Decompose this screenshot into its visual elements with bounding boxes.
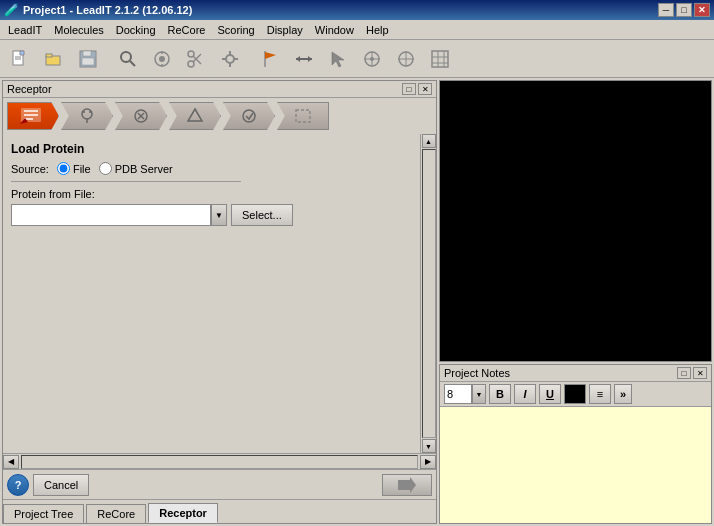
notes-close-button[interactable]: ✕ xyxy=(693,367,707,379)
notes-maximize-button[interactable]: □ xyxy=(677,367,691,379)
help-button[interactable]: ? xyxy=(7,474,29,496)
3d-viewport[interactable] xyxy=(439,80,712,362)
file-radio-item[interactable]: File xyxy=(57,162,91,175)
save-button[interactable] xyxy=(72,44,104,74)
search-button[interactable] xyxy=(112,44,144,74)
menu-molecules[interactable]: Molecules xyxy=(48,22,110,38)
cancel-button[interactable]: Cancel xyxy=(33,474,89,496)
pdb-radio[interactable] xyxy=(99,162,112,175)
toolbar xyxy=(0,40,714,78)
scroll-track[interactable] xyxy=(422,149,436,438)
minimize-button[interactable]: ─ xyxy=(658,3,674,17)
menu-window[interactable]: Window xyxy=(309,22,360,38)
menu-docking[interactable]: Docking xyxy=(110,22,162,38)
svg-point-46 xyxy=(82,109,92,119)
svg-point-54 xyxy=(243,110,255,122)
hscroll-track[interactable] xyxy=(21,455,418,469)
select-button[interactable]: Select... xyxy=(231,204,293,226)
properties-button[interactable] xyxy=(214,44,246,74)
file-radio-label: File xyxy=(73,163,91,175)
menu-recore[interactable]: ReCore xyxy=(162,22,212,38)
open-button[interactable] xyxy=(38,44,70,74)
more-options-button[interactable]: » xyxy=(614,384,632,404)
recore-tab[interactable]: ReCore xyxy=(86,504,146,523)
new-button[interactable] xyxy=(4,44,36,74)
scroll-up-button[interactable]: ▲ xyxy=(422,134,436,148)
close-button[interactable]: ✕ xyxy=(694,3,710,17)
dropdown-arrow-button[interactable]: ▼ xyxy=(211,204,227,226)
maximize-button[interactable]: □ xyxy=(676,3,692,17)
protein-file-dropdown[interactable] xyxy=(11,204,211,226)
window-controls: ─ □ ✕ xyxy=(658,3,710,17)
receptor-tab[interactable]: Receptor xyxy=(148,503,218,523)
title-bar: 🧪 Project1 - LeadIT 2.1.2 (12.06.12) ─ □… xyxy=(0,0,714,20)
panel-header-buttons: □ ✕ xyxy=(402,83,432,95)
source-radio-group: File PDB Server xyxy=(57,162,173,175)
protein-file-label: Protein from File: xyxy=(11,188,412,200)
workflow-step-3[interactable] xyxy=(115,102,167,130)
notes-textarea[interactable] xyxy=(440,407,711,523)
svg-point-18 xyxy=(226,55,234,63)
text-color-button[interactable] xyxy=(564,384,586,404)
next-button[interactable] xyxy=(382,474,432,496)
svg-rect-36 xyxy=(432,51,448,67)
bold-button[interactable]: B xyxy=(489,384,511,404)
menu-scoring[interactable]: Scoring xyxy=(211,22,260,38)
arrow-button[interactable] xyxy=(288,44,320,74)
flag-button[interactable] xyxy=(254,44,286,74)
panel-maximize-button[interactable]: □ xyxy=(402,83,416,95)
file-radio[interactable] xyxy=(57,162,70,175)
menu-bar: LeadIT Molecules Docking ReCore Scoring … xyxy=(0,20,714,40)
svg-marker-26 xyxy=(296,56,300,62)
main-area: Receptor □ ✕ xyxy=(0,78,714,526)
panel-close-button[interactable]: ✕ xyxy=(418,83,432,95)
svg-rect-7 xyxy=(82,58,94,65)
vertical-scrollbar: ▲ ▼ xyxy=(420,134,436,453)
workflow-step-6[interactable] xyxy=(277,102,329,130)
font-size-dropdown-button[interactable]: ▼ xyxy=(472,384,486,404)
right-panel: Project Notes □ ✕ 8 ▼ B I U ≡ » xyxy=(439,80,712,524)
scroll-down-button[interactable]: ▼ xyxy=(422,439,436,453)
project-notes-panel: Project Notes □ ✕ 8 ▼ B I U ≡ » xyxy=(439,364,712,524)
scroll-right-button[interactable]: ▶ xyxy=(420,455,436,469)
workflow-step-4[interactable] xyxy=(169,102,221,130)
app-icon: 🧪 xyxy=(4,3,19,17)
scissors-button[interactable] xyxy=(180,44,212,74)
tab-bar: Project Tree ReCore Receptor xyxy=(3,499,436,523)
pdb-radio-item[interactable]: PDB Server xyxy=(99,162,173,175)
svg-point-48 xyxy=(83,111,85,113)
svg-marker-28 xyxy=(332,52,344,67)
pdb-radio-label: PDB Server xyxy=(115,163,173,175)
receptor-panel-header: Receptor □ ✕ xyxy=(3,81,436,98)
svg-point-49 xyxy=(89,111,91,113)
scroll-left-button[interactable]: ◀ xyxy=(3,455,19,469)
svg-rect-6 xyxy=(83,51,91,56)
cursor-button[interactable] xyxy=(322,44,354,74)
snap-button[interactable] xyxy=(356,44,388,74)
svg-rect-55 xyxy=(296,110,310,122)
workflow-step-2[interactable] xyxy=(61,102,113,130)
underline-button[interactable]: U xyxy=(539,384,561,404)
menu-help[interactable]: Help xyxy=(360,22,395,38)
divider-line xyxy=(11,181,241,182)
menu-leadit[interactable]: LeadIT xyxy=(2,22,48,38)
italic-button[interactable]: I xyxy=(514,384,536,404)
receptor-panel-title: Receptor xyxy=(7,83,52,95)
protein-file-row: ▼ Select... xyxy=(11,204,412,226)
source-label: Source: xyxy=(11,163,49,175)
notes-title: Project Notes xyxy=(444,367,510,379)
menu-display[interactable]: Display xyxy=(261,22,309,38)
crosshair-button[interactable] xyxy=(390,44,422,74)
transform-button[interactable] xyxy=(146,44,178,74)
panel-content: Load Protein Source: File PDB Server xyxy=(3,134,420,453)
workflow-step-5[interactable] xyxy=(223,102,275,130)
svg-line-9 xyxy=(130,61,135,66)
grid-button[interactable] xyxy=(424,44,456,74)
align-button[interactable]: ≡ xyxy=(589,384,611,404)
window-title: Project1 - LeadIT 2.1.2 (12.06.12) xyxy=(23,4,658,16)
font-size-value[interactable]: 8 xyxy=(444,384,472,404)
project-tree-tab[interactable]: Project Tree xyxy=(3,504,84,523)
svg-point-32 xyxy=(370,57,374,61)
svg-marker-56 xyxy=(398,477,416,493)
workflow-step-1[interactable] xyxy=(7,102,59,130)
